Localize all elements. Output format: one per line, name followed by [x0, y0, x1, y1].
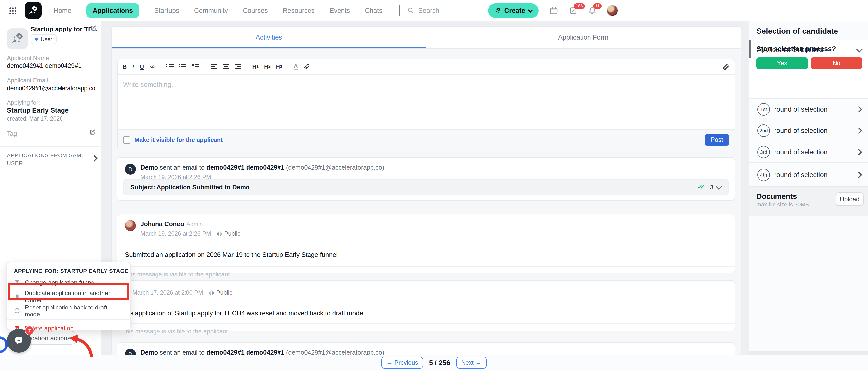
chat-unread-badge: 7: [25, 326, 34, 335]
funnel-icon: [14, 279, 20, 286]
documents-title: Documents: [756, 192, 797, 200]
note-date: March 17, 2026 at 2:00 PM· Public: [132, 289, 232, 297]
italic-button[interactable]: I: [132, 63, 134, 70]
selection-panel-title: Selection of candidate: [756, 27, 838, 36]
round-1-row[interactable]: 1st round of selection: [749, 98, 868, 120]
avatar: [125, 220, 136, 231]
align-right-button[interactable]: [235, 64, 241, 69]
edit-title-icon[interactable]: [90, 25, 97, 31]
round-4-row[interactable]: 4th round of selection: [749, 162, 868, 187]
editor-textarea[interactable]: Write something...: [118, 75, 735, 94]
search-input[interactable]: Search: [407, 7, 439, 14]
tasks-button[interactable]: 186: [569, 6, 577, 14]
nav-item-community[interactable]: Community: [194, 7, 228, 14]
underline-button[interactable]: U: [140, 63, 144, 70]
editor-footer: Make it visible for the applicant Post: [118, 129, 735, 150]
chat-bubble-icon: [13, 335, 25, 347]
nav-item-chats[interactable]: Chats: [365, 7, 382, 14]
menu-item-reset-draft[interactable]: Reset application back to draft mode: [7, 305, 130, 317]
status-accent-bar: [749, 40, 751, 58]
align-center-button[interactable]: [222, 64, 229, 69]
visibility-label[interactable]: Make it visible for the applicant: [134, 136, 223, 143]
next-page-button[interactable]: Next →: [456, 357, 486, 369]
user-type-badge: User: [31, 34, 57, 44]
round-2-row[interactable]: 2nd round of selection: [749, 120, 868, 141]
email-subject-bar[interactable]: Subject: Application Submitted to Demo ✓…: [123, 179, 728, 195]
pagination: ← Previous 5 / 256 Next →: [0, 357, 868, 369]
notifications-badge: 11: [593, 3, 602, 9]
visibility: Public: [217, 289, 232, 297]
nav-item-applications[interactable]: Applications: [86, 3, 140, 18]
activity-card-email: D Demo sent an email to demo0429#1 demo0…: [117, 157, 735, 201]
bold-button[interactable]: B: [123, 63, 127, 70]
brand-logo[interactable]: [25, 2, 42, 19]
menu-item-change-funnel[interactable]: Change application funnel: [7, 276, 130, 289]
applicant-email-label: Applicant Email: [7, 77, 48, 84]
menu-divider: [7, 319, 130, 320]
nav-item-home[interactable]: Home: [54, 7, 71, 14]
code-button[interactable]: </>: [150, 64, 155, 69]
app-grid-icon[interactable]: [9, 7, 17, 14]
edit-tag-icon[interactable]: [89, 129, 96, 135]
copy-icon: [14, 293, 20, 300]
rocket-icon: [11, 32, 24, 45]
user-avatar[interactable]: [607, 5, 618, 16]
toolbar-separator: [161, 62, 161, 71]
calendar-icon: [550, 6, 558, 14]
tab-application-form[interactable]: Application Form: [426, 27, 741, 48]
sidebar-divider: [0, 146, 101, 147]
previous-page-button[interactable]: ← Previous: [382, 357, 423, 369]
notifications-button[interactable]: 11: [588, 6, 597, 14]
toolbar-separator: [205, 62, 205, 71]
upload-button[interactable]: Upload: [836, 192, 864, 206]
reset-icon: [14, 308, 20, 314]
same-user-section[interactable]: APPLICATIONS FROM SAME USER: [7, 152, 86, 168]
ordered-list-button[interactable]: [179, 64, 186, 69]
round-3-row[interactable]: 3rd round of selection: [749, 141, 868, 163]
nav-item-courses[interactable]: Courses: [243, 7, 268, 14]
visibility-checkbox[interactable]: [123, 136, 130, 144]
active-tab-indicator: [112, 47, 426, 48]
editor-placeholder: Write something...: [123, 81, 177, 88]
chevron-right-icon[interactable]: [91, 155, 97, 161]
editor-toolbar: B I U </> ❝ H1 H2 H3 A: [118, 59, 735, 75]
selection-panel: Selection of candidate Application Submi…: [749, 21, 868, 355]
menu-item-duplicate[interactable]: Duplicate application in another funnel: [7, 289, 130, 305]
calendar-button[interactable]: [550, 6, 558, 14]
chevron-down-icon[interactable]: [716, 183, 722, 189]
round-label: round of selection: [774, 106, 828, 113]
heading1-button[interactable]: H1: [252, 64, 259, 70]
post-button[interactable]: Post: [705, 134, 729, 146]
bullet-list-button[interactable]: [167, 64, 174, 69]
text-color-button[interactable]: A: [293, 63, 298, 70]
globe-icon: [217, 231, 222, 237]
note-date: March 19, 2026 at 2:26 PM· Public: [141, 230, 240, 238]
heading2-button[interactable]: H2: [264, 64, 271, 70]
avatar: D: [125, 349, 136, 355]
attachment-button[interactable]: [723, 63, 730, 70]
tab-activities[interactable]: Activities: [112, 27, 426, 48]
activity-card-note: Johana ConeoAdmin March 19, 2026 at 2:26…: [117, 214, 735, 273]
create-rocket-icon: [494, 7, 501, 13]
align-left-button[interactable]: [211, 64, 217, 69]
note-body: Submitted an application on 2026 Mar 19 …: [117, 243, 735, 266]
blue-dot-icon: [35, 38, 38, 41]
link-button[interactable]: [303, 63, 310, 70]
create-button[interactable]: Create: [488, 3, 538, 18]
globe-icon: [209, 290, 215, 296]
sidebar-bottom-strip: [749, 351, 868, 355]
blockquote-button[interactable]: ❝: [191, 63, 199, 70]
chevron-right-icon: [856, 149, 862, 155]
chevron-down-icon: [856, 46, 862, 52]
yes-button[interactable]: Yes: [756, 57, 808, 69]
rocket-icon: [28, 5, 38, 16]
no-button[interactable]: No: [811, 57, 862, 69]
heading3-button[interactable]: H3: [276, 64, 282, 70]
comment-editor: B I U </> ❝ H1 H2 H3 A: [117, 59, 735, 150]
nav-item-startups[interactable]: Startups: [154, 7, 179, 14]
nav-item-resources[interactable]: Resources: [283, 7, 315, 14]
tasks-badge: 186: [574, 3, 585, 9]
nav-item-events[interactable]: Events: [330, 7, 350, 14]
application-actions-menu: APPLYING FOR: STARTUP EARLY STAGE Change…: [6, 262, 131, 330]
documents-section: Documents max file size is 30MB Upload: [749, 186, 868, 216]
